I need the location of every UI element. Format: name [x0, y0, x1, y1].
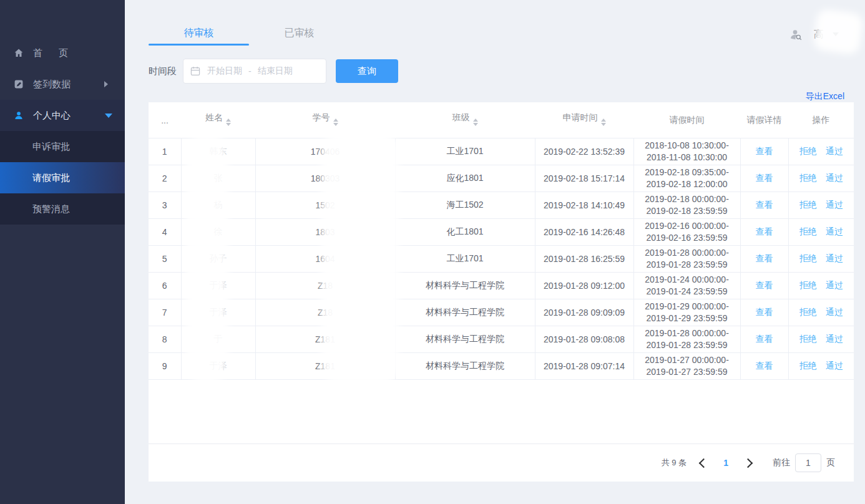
- end-date-placeholder: 结束日期: [258, 65, 293, 77]
- table-row: 3杨1502海工15022019-02-18 14:10:492019-02-1…: [149, 192, 854, 219]
- cell-index: 1: [149, 138, 181, 165]
- reject-link[interactable]: 拒绝: [799, 280, 817, 290]
- pagination: 共 9 条 1 前往 页: [662, 453, 835, 472]
- tab-pending-review[interactable]: 待审核: [149, 25, 249, 46]
- sidebar-item-leave-approval[interactable]: 请假审批: [0, 162, 125, 193]
- view-link[interactable]: 查看: [756, 334, 773, 344]
- cell-apply-time: 2019-02-22 13:52:39: [535, 138, 633, 165]
- column-header[interactable]: 班级: [395, 102, 535, 138]
- column-header[interactable]: 姓名: [181, 102, 255, 138]
- column-header[interactable]: 申请时间: [535, 102, 633, 138]
- prev-page-icon[interactable]: [699, 458, 709, 468]
- reject-link[interactable]: 拒绝: [799, 334, 817, 344]
- user-search-icon[interactable]: [789, 27, 803, 41]
- cell-leave-time: 2019-01-28 00:00:00-2019-01-28 23:59:59: [633, 326, 740, 353]
- pagination-divider: [149, 443, 854, 444]
- sidebar-item-home[interactable]: 首页: [0, 37, 125, 69]
- column-header[interactable]: 学号: [255, 102, 395, 138]
- approve-link[interactable]: 通过: [826, 173, 843, 183]
- reject-link[interactable]: 拒绝: [799, 307, 817, 317]
- chevron-right-icon: [104, 81, 111, 87]
- table-row: 6于泽Z18材料科学与工程学院2019-01-28 09:12:002019-0…: [149, 273, 854, 299]
- column-header-label: 申请时间: [563, 112, 598, 122]
- username-label[interactable]: 高: [814, 28, 824, 41]
- sidebar-item-label: 申诉审批: [32, 141, 70, 153]
- cell-student-id: 1604: [255, 246, 395, 273]
- leave-time-line: 2019-02-16 00:00:00-: [635, 220, 739, 232]
- sidebar-item-appeal-approval[interactable]: 申诉审批: [0, 131, 125, 162]
- reject-link[interactable]: 拒绝: [799, 253, 817, 263]
- view-link[interactable]: 查看: [756, 173, 773, 183]
- cell-index: 5: [149, 246, 181, 273]
- cell-leave-detail: 查看: [740, 219, 788, 246]
- page-number-1[interactable]: 1: [723, 458, 728, 468]
- cell-index: 2: [149, 165, 181, 192]
- column-header-label: ...: [161, 115, 169, 125]
- view-link[interactable]: 查看: [756, 253, 773, 263]
- search-button[interactable]: 查询: [336, 59, 398, 83]
- sort-caret-icon: [226, 116, 231, 128]
- cell-leave-detail: 查看: [740, 326, 788, 353]
- reject-link[interactable]: 拒绝: [799, 200, 817, 210]
- view-link[interactable]: 查看: [756, 146, 773, 156]
- leave-time-line: 2019-01-24 00:00:00-: [635, 274, 739, 286]
- approve-link[interactable]: 通过: [826, 146, 843, 156]
- signin-data-icon: [14, 79, 24, 89]
- table-row: 7于泽Z18材料科学与工程学院2019-01-28 09:09:092019-0…: [149, 299, 854, 326]
- table-row: 2张180303应化18012019-02-18 15:17:142019-02…: [149, 165, 854, 192]
- goto-page-input[interactable]: [795, 453, 821, 472]
- column-header: 请假时间: [633, 102, 740, 138]
- cell-actions: 拒绝通过: [788, 299, 854, 326]
- reject-link[interactable]: 拒绝: [799, 146, 817, 156]
- cell-leave-time: 2019-01-27 00:00:00-2019-01-27 23:59:59: [633, 353, 740, 380]
- approve-link[interactable]: 通过: [826, 200, 843, 210]
- sidebar-item-warning-messages[interactable]: 预警消息: [0, 193, 125, 225]
- export-excel-link[interactable]: 导出Excel: [806, 91, 844, 102]
- cell-index: 7: [149, 299, 181, 326]
- cell-class: 应化1801: [395, 165, 535, 192]
- cell-leave-detail: 查看: [740, 246, 788, 273]
- approve-link[interactable]: 通过: [826, 280, 843, 290]
- view-link[interactable]: 查看: [756, 200, 773, 210]
- cell-leave-time: 2019-01-24 00:00:00-2019-01-24 23:59:59: [633, 273, 740, 299]
- reject-link[interactable]: 拒绝: [799, 173, 817, 183]
- cell-actions: 拒绝通过: [788, 353, 854, 380]
- home-icon: [14, 48, 24, 58]
- approve-link[interactable]: 通过: [826, 361, 843, 371]
- cell-leave-detail: 查看: [740, 299, 788, 326]
- cell-apply-time: 2019-01-28 09:09:09: [535, 299, 633, 326]
- column-header: 操作: [788, 102, 854, 138]
- app-window: 首页 签到数据 个人中心 申诉审批 请假审批: [0, 0, 865, 504]
- reject-link[interactable]: 拒绝: [799, 361, 817, 371]
- cell-student-id: 180303: [255, 165, 395, 192]
- leave-time-line: 2019-01-27 00:00:00-: [635, 354, 739, 366]
- cell-index: 9: [149, 353, 181, 380]
- leave-time-line: 2019-01-24 23:59:59: [635, 286, 739, 298]
- tab-reviewed[interactable]: 已审核: [249, 25, 349, 46]
- approve-link[interactable]: 通过: [826, 226, 843, 236]
- cell-leave-time: 2019-02-18 00:00:00-2019-02-18 23:59:59: [633, 192, 740, 219]
- date-range-input[interactable]: 开始日期 - 结束日期: [183, 59, 326, 84]
- cell-student-id: Z181: [255, 326, 395, 353]
- view-link[interactable]: 查看: [756, 280, 773, 290]
- approve-link[interactable]: 通过: [826, 307, 843, 317]
- approve-link[interactable]: 通过: [826, 334, 843, 344]
- time-range-label: 时间段: [149, 65, 178, 77]
- user-dropdown-caret-icon[interactable]: [833, 32, 839, 39]
- view-link[interactable]: 查看: [756, 307, 773, 317]
- leave-time-line: 2019-02-18 23:59:59: [635, 205, 739, 217]
- next-page-icon[interactable]: [743, 458, 753, 468]
- cell-leave-detail: 查看: [740, 273, 788, 299]
- cell-leave-detail: 查看: [740, 138, 788, 165]
- sidebar-item-signin-data[interactable]: 签到数据: [0, 69, 125, 100]
- view-link[interactable]: 查看: [756, 226, 773, 236]
- view-link[interactable]: 查看: [756, 361, 773, 371]
- page-suffix-label: 页: [826, 457, 835, 468]
- total-count-label: 共 9 条: [662, 457, 687, 468]
- approve-link[interactable]: 通过: [826, 253, 843, 263]
- sort-caret-icon: [473, 116, 478, 128]
- cell-actions: 拒绝通过: [788, 165, 854, 192]
- cell-index: 4: [149, 219, 181, 246]
- reject-link[interactable]: 拒绝: [799, 226, 817, 236]
- sidebar-item-personal-center[interactable]: 个人中心: [0, 100, 125, 131]
